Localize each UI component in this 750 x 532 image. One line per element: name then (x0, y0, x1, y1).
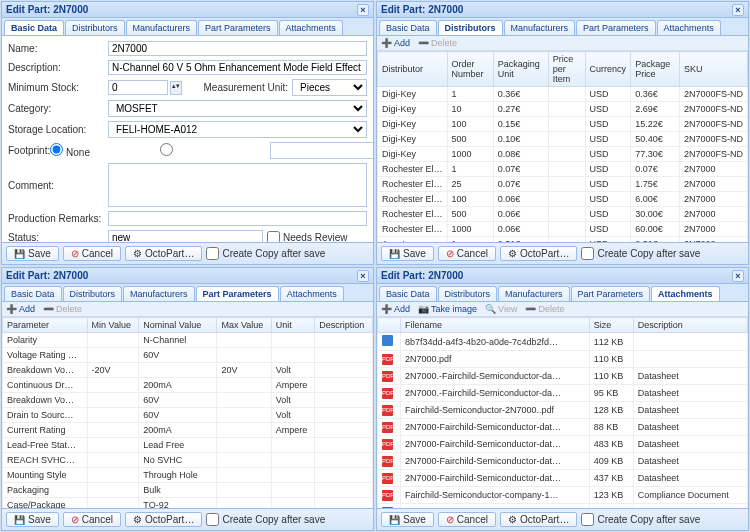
table-row[interactable]: Digi-Key1000.15€USD15.22€2N7000FS-ND (378, 117, 748, 132)
octopart-button[interactable]: OctoPart… (500, 512, 577, 527)
col-desc[interactable]: Description (633, 318, 747, 333)
table-row[interactable]: Digi-Key5000.10€USD50.40€2N7000FS-ND (378, 132, 748, 147)
col-unit[interactable]: Unit (271, 318, 314, 333)
table-row[interactable]: Digi-Key100.27€USD2.69€2N7000FS-ND (378, 102, 748, 117)
col-ordernum[interactable]: Order Number (447, 52, 493, 87)
table-row[interactable]: Rochester El…5000.06€USD30.00€2N7000 (378, 207, 748, 222)
delete-button[interactable]: ➖ Delete (418, 38, 457, 48)
create-copy-check[interactable]: Create Copy after save (206, 247, 325, 260)
octopart-button[interactable]: OctoPart… (125, 246, 202, 261)
tab-attachments[interactable]: Attachments (279, 20, 343, 35)
minstock-field[interactable] (108, 80, 168, 95)
table-row[interactable]: PDFFairchild-Semiconductor-2N7000..pdf12… (378, 402, 748, 419)
table-row[interactable]: Rochester El…10000.06€USD60.00€2N7000 (378, 222, 748, 237)
tab-distributors[interactable]: Distributors (438, 20, 503, 35)
table-row[interactable]: PackagingBulk (3, 483, 373, 498)
cancel-button[interactable]: Cancel (63, 246, 121, 261)
close-icon[interactable]: × (357, 4, 369, 16)
table-row[interactable]: PolarityN-Channel (3, 333, 373, 348)
close-icon[interactable]: × (357, 270, 369, 282)
table-row[interactable]: PDF2N7000-Fairchild-Semiconductor-dat…88… (378, 419, 748, 436)
cancel-button[interactable]: Cancel (438, 246, 496, 261)
table-row[interactable]: PDF2N7000.pdf110 KB (378, 351, 748, 368)
table-row[interactable]: PDF2N7000.-Fairchild-Semiconductor-da…11… (378, 368, 748, 385)
table-row[interactable]: REACH SVHC…No SVHC (3, 453, 373, 468)
create-copy-check[interactable]: Create Copy after save (581, 247, 700, 260)
create-copy-check[interactable]: Create Copy after save (581, 513, 700, 526)
tab-distributors[interactable]: Distributors (438, 286, 498, 301)
view-button[interactable]: 🔍 View (485, 304, 517, 314)
col-pkgprice[interactable]: Package Price (631, 52, 680, 87)
add-button[interactable]: ➕ Add (381, 38, 410, 48)
cancel-button[interactable]: Cancel (63, 512, 121, 527)
octopart-button[interactable]: OctoPart… (125, 512, 202, 527)
col-filename[interactable]: Filename (401, 318, 590, 333)
table-row[interactable]: Digi-Key10.36€USD0.36€2N7000FS-ND (378, 87, 748, 102)
status-field[interactable] (108, 230, 263, 242)
add-button[interactable]: ➕ Add (381, 304, 410, 314)
tab-basic-data[interactable]: Basic Data (4, 286, 62, 301)
prodrem-field[interactable] (108, 211, 367, 226)
table-row[interactable]: Breakdown Vo…-20V20VVolt (3, 363, 373, 378)
save-button[interactable]: Save (6, 512, 59, 527)
table-row[interactable]: Continuous Dr…200mAAmpere (3, 378, 373, 393)
col-icon[interactable] (378, 318, 401, 333)
close-icon[interactable]: × (732, 270, 744, 282)
take-image-button[interactable]: 📷 Take image (418, 304, 477, 314)
col-min[interactable]: Min Value (87, 318, 139, 333)
tab-part-parameters[interactable]: Part Parameters (576, 20, 656, 35)
col-priceperitem[interactable]: Price per Item (548, 52, 585, 87)
tab-basic-data[interactable]: Basic Data (379, 286, 437, 301)
save-button[interactable]: Save (381, 246, 434, 261)
delete-button[interactable]: ➖ Delete (43, 304, 82, 314)
col-distributor[interactable]: Distributor (378, 52, 448, 87)
table-row[interactable]: Lead-Free Stat…Lead Free (3, 438, 373, 453)
needs-review-check[interactable]: Needs Review (267, 231, 367, 242)
foot-select[interactable] (270, 142, 373, 159)
tab-attachments[interactable]: Attachments (280, 286, 344, 301)
table-row[interactable]: Voltage Rating …60V (3, 348, 373, 363)
cancel-button[interactable]: Cancel (438, 512, 496, 527)
table-row[interactable]: Mounting StyleThrough Hole (3, 468, 373, 483)
foot-other-radio[interactable] (160, 143, 260, 158)
name-field[interactable] (108, 41, 367, 56)
save-button[interactable]: Save (6, 246, 59, 261)
table-row[interactable]: PDF2N7000-Fairchild-Semiconductor-dat…40… (378, 453, 748, 470)
col-size[interactable]: Size (589, 318, 633, 333)
cat-select[interactable]: MOSFET (108, 100, 367, 117)
table-row[interactable]: Digi-Key10000.08€USD77.30€2N7000FS-ND (378, 147, 748, 162)
tab-distributors[interactable]: Distributors (63, 286, 123, 301)
table-row[interactable]: Rochester El…10.07€USD0.07€2N7000 (378, 162, 748, 177)
col-pkgunit[interactable]: Packaging Unit (493, 52, 548, 87)
table-row[interactable]: Current Rating200mAAmpere (3, 423, 373, 438)
table-row[interactable]: Rochester El…1000.06€USD6.00€2N7000 (378, 192, 748, 207)
loc-select[interactable]: FELI-HOME-A012 (108, 121, 367, 138)
save-button[interactable]: Save (381, 512, 434, 527)
tab-part-parameters[interactable]: Part Parameters (198, 20, 278, 35)
close-icon[interactable]: × (732, 4, 744, 16)
col-nom[interactable]: Nominal Value (139, 318, 217, 333)
spin-up-icon[interactable]: ▴▾ (170, 81, 182, 95)
table-row[interactable]: PDF2N7000-Fairchild-Semiconductor-dat…43… (378, 470, 748, 487)
tab-distributors[interactable]: Distributors (65, 20, 125, 35)
tab-basic-data[interactable]: Basic Data (379, 20, 437, 35)
col-sku[interactable]: SKU (679, 52, 747, 87)
desc-field[interactable] (108, 60, 367, 75)
table-row[interactable]: Breakdown Vo…60VVolt (3, 393, 373, 408)
tab-basic-data[interactable]: Basic Data (4, 20, 64, 35)
tab-attachments[interactable]: Attachments (651, 286, 720, 301)
tab-attachments[interactable]: Attachments (657, 20, 721, 35)
delete-button[interactable]: ➖ Delete (525, 304, 564, 314)
munit-select[interactable]: Pieces (292, 79, 367, 96)
octopart-button[interactable]: OctoPart… (500, 246, 577, 261)
col-parameter[interactable]: Parameter (3, 318, 88, 333)
table-row[interactable]: Drain to Sourc…60VVolt (3, 408, 373, 423)
col-currency[interactable]: Currency (585, 52, 631, 87)
table-row[interactable]: PDFFairchild-Semiconductor-company-1…123… (378, 487, 748, 504)
tab-manufacturers[interactable]: Manufacturers (123, 286, 195, 301)
create-copy-check[interactable]: Create Copy after save (206, 513, 325, 526)
col-desc[interactable]: Description (315, 318, 373, 333)
table-row[interactable]: 8b7f34dd-a4f3-4b20-a0de-7c4db2fd…112 KB (378, 333, 748, 351)
tab-part-parameters[interactable]: Part Parameters (196, 286, 279, 301)
table-row[interactable]: Case/PackageTO-92 (3, 498, 373, 509)
